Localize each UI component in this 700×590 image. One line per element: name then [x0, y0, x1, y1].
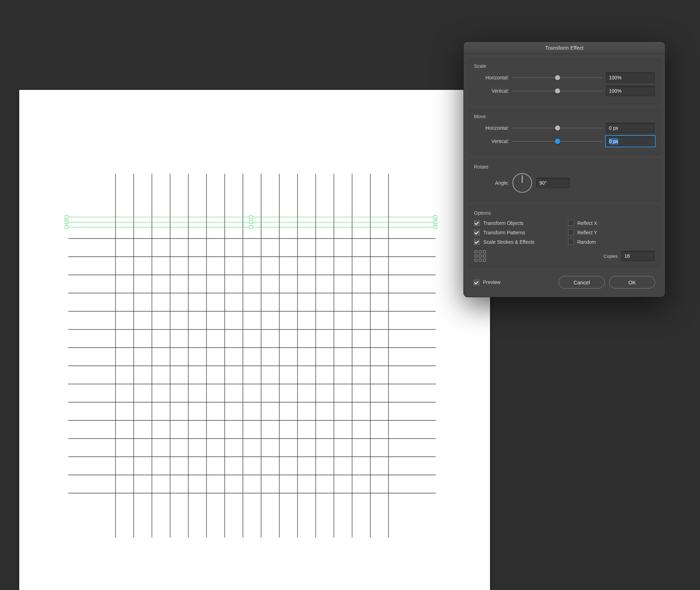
- checkbox-label: Reflect Y: [578, 230, 597, 235]
- move-horizontal-slider[interactable]: [512, 123, 602, 133]
- ok-button[interactable]: OK: [609, 276, 655, 289]
- dialog-title: Transform Effect: [464, 42, 665, 54]
- transform-effect-dialog[interactable]: Transform Effect Scale Horizontal: 100% …: [463, 42, 665, 297]
- checkbox-label: Scale Strokes & Effects: [483, 239, 534, 245]
- move-title: Move: [474, 114, 655, 119]
- scale-horizontal-label: Horizontal:: [474, 75, 509, 80]
- rotate-title: Rotate: [474, 164, 655, 170]
- move-vertical-label: Vertical:: [474, 138, 509, 144]
- checkbox-label: Preview: [483, 279, 500, 285]
- scale-vertical-slider[interactable]: [512, 86, 602, 95]
- selection-bounds[interactable]: [66, 217, 436, 227]
- scale-horizontal-value[interactable]: 100%: [606, 72, 655, 83]
- scale-vertical-label: Vertical:: [474, 88, 509, 94]
- preview-checkbox[interactable]: Preview: [474, 279, 500, 285]
- checkbox-label: Reflect X: [578, 220, 597, 226]
- checkbox-label: Transform Objects: [483, 220, 524, 226]
- scale-title: Scale: [474, 63, 655, 69]
- anchor-point-icon[interactable]: [474, 250, 486, 262]
- move-horizontal-label: Horizontal:: [474, 125, 509, 131]
- reflect-x-checkbox[interactable]: Reflect X: [568, 220, 655, 226]
- rotate-group: Rotate Angle: 90°: [469, 159, 660, 201]
- move-group: Move Horizontal: 0 px Vertical: 0 px: [469, 109, 660, 155]
- scale-vertical-value[interactable]: 100%: [606, 86, 655, 96]
- copies-label: Copies: [604, 254, 618, 259]
- checkbox-label: Transform Patterns: [483, 230, 525, 235]
- rotate-angle-label: Angle:: [474, 180, 509, 186]
- artboard-canvas[interactable]: [19, 90, 490, 590]
- options-title: Options: [474, 210, 655, 216]
- grid-lines: [19, 90, 490, 590]
- move-vertical-slider[interactable]: [512, 137, 602, 146]
- rotate-angle-value[interactable]: 90°: [536, 178, 570, 188]
- scale-strokes-checkbox[interactable]: Scale Strokes & Effects: [474, 239, 561, 245]
- move-vertical-value[interactable]: 0 px: [606, 136, 655, 147]
- scale-horizontal-slider[interactable]: [512, 73, 602, 82]
- move-horizontal-value[interactable]: 0 px: [606, 123, 655, 133]
- copies-value[interactable]: 16: [621, 251, 655, 261]
- transform-patterns-checkbox[interactable]: Transform Patterns: [474, 229, 561, 235]
- scale-group: Scale Horizontal: 100% Vertical: 100%: [469, 59, 660, 104]
- checkbox-label: Random: [578, 239, 596, 245]
- options-group: Options Transform Objects Reflect X Tran…: [469, 206, 660, 268]
- reflect-y-checkbox[interactable]: Reflect Y: [568, 229, 655, 235]
- transform-objects-checkbox[interactable]: Transform Objects: [474, 220, 561, 226]
- cancel-button[interactable]: Cancel: [559, 276, 605, 289]
- random-checkbox[interactable]: Random: [568, 239, 655, 245]
- rotate-dial[interactable]: [512, 173, 532, 193]
